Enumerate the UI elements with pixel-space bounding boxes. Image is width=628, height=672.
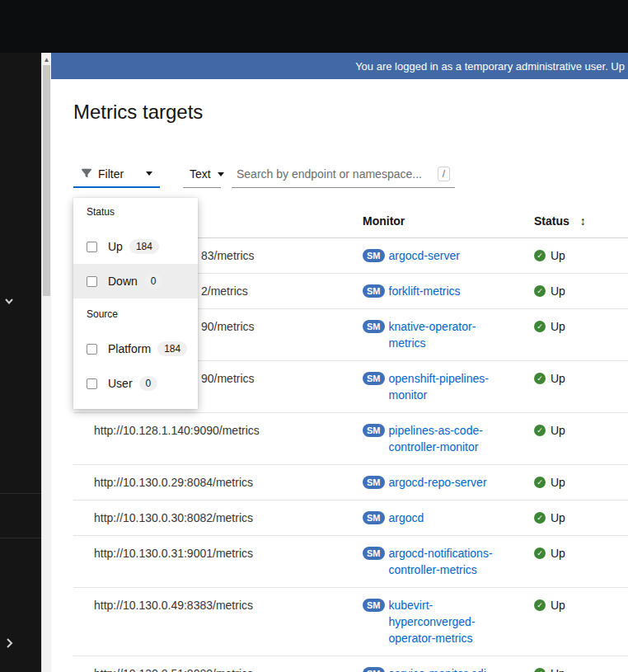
chevron-right-icon[interactable] <box>3 637 15 653</box>
table-row: http://10.130.0.51:8080/metrics SM servi… <box>73 656 628 672</box>
status-up-icon: ✓ <box>534 321 546 332</box>
monitor-link[interactable]: pipelines-as-code-controller-monitor <box>389 422 513 455</box>
monitor-link[interactable]: argocd <box>389 510 424 526</box>
sort-icon[interactable]: ↕ <box>580 214 586 228</box>
filter-option-platform[interactable]: Platform 184 <box>73 331 198 366</box>
table-row: http://10.130.0.29:8084/metrics SM argoc… <box>73 465 628 500</box>
filter-icon <box>82 167 91 181</box>
scrollbar-thumb[interactable] <box>43 65 50 296</box>
status-text: Up <box>551 597 565 613</box>
monitor-link[interactable]: forklift-metrics <box>389 283 461 299</box>
filter-dropdown-menu: Status Up 184 Down 0 Source <box>73 198 198 409</box>
service-monitor-badge: SM <box>363 424 385 437</box>
endpoint-link[interactable]: 90/metrics <box>201 372 255 385</box>
service-monitor-badge: SM <box>363 547 385 560</box>
status-up-icon: ✓ <box>534 599 546 611</box>
filter-option-count-badge: 184 <box>129 239 159 254</box>
monitor-link[interactable]: argocd-notifications-controller-metrics <box>389 545 513 578</box>
toolbar: Filter Text / <box>73 161 628 188</box>
sidebar-nav <box>0 53 41 672</box>
sidebar-scrollbar[interactable]: ▲ <box>41 53 51 672</box>
caret-down-icon <box>218 172 224 176</box>
filter-option-label: Down <box>108 275 138 288</box>
service-monitor-badge: SM <box>363 284 385 298</box>
status-text: Up <box>551 665 565 672</box>
filter-option-up[interactable]: Up 184 <box>73 229 198 264</box>
text-toggle-label: Text <box>190 167 211 181</box>
status-text: Up <box>551 247 565 264</box>
service-monitor-badge: SM <box>363 320 385 333</box>
checkbox[interactable] <box>87 242 97 252</box>
table-row: http://10.130.0.31:9001/metrics SM argoc… <box>73 536 628 588</box>
filter-option-down[interactable]: Down 0 <box>73 264 198 298</box>
endpoint-link[interactable]: http://10.130.0.51:8080/metrics <box>94 667 253 672</box>
filter-toggle-label: Filter <box>98 167 139 181</box>
column-header-monitor[interactable]: Monitor <box>363 214 534 228</box>
filter-dropdown-toggle[interactable]: Filter <box>73 161 160 188</box>
status-up-icon: ✓ <box>534 477 546 488</box>
page-title: Metrics targets <box>73 101 628 124</box>
table-row: http://10.130.0.30:8082/metrics SM argoc… <box>73 500 628 536</box>
monitor-link[interactable]: openshift-pipelines-monitor <box>389 370 513 403</box>
endpoint-link[interactable]: 90/metrics <box>201 320 255 333</box>
status-text: Up <box>551 510 565 526</box>
checkbox[interactable] <box>87 276 97 287</box>
endpoint-link[interactable]: http://10.130.0.31:9001/metrics <box>94 547 253 560</box>
search-input[interactable] <box>232 167 438 181</box>
masthead <box>0 0 628 53</box>
monitor-link[interactable]: argocd-server <box>389 247 460 264</box>
status-up-icon: ✓ <box>534 285 546 297</box>
filter-option-user[interactable]: User 0 <box>73 366 198 401</box>
endpoint-link[interactable]: http://10.130.0.49:8383/metrics <box>94 599 253 612</box>
endpoint-link[interactable]: 83/metrics <box>201 249 255 262</box>
status-up-icon: ✓ <box>534 250 546 261</box>
monitor-link[interactable]: kubevirt-hyperconverged-operator-metrics <box>389 597 513 646</box>
monitor-link[interactable]: argocd-repo-server <box>389 474 487 491</box>
service-monitor-badge: SM <box>363 599 385 612</box>
notice-banner-text: You are logged in as a temporary adminis… <box>355 60 625 73</box>
service-monitor-badge: SM <box>363 511 385 524</box>
monitor-link[interactable]: service-monitor-cdi <box>389 665 486 672</box>
status-text: Up <box>551 370 565 387</box>
endpoint-link[interactable]: http://10.130.0.29:8084/metrics <box>94 476 253 489</box>
service-monitor-badge: SM <box>363 667 385 672</box>
status-up-icon: ✓ <box>534 512 546 524</box>
column-header-status[interactable]: Status ↕ <box>534 214 628 228</box>
caret-down-icon <box>146 172 152 176</box>
service-monitor-badge: SM <box>363 372 385 385</box>
filter-group-source: Source Platform 184 User 0 <box>73 308 198 401</box>
checkbox[interactable] <box>87 378 97 389</box>
scrollbar-up-arrow-icon[interactable]: ▲ <box>42 54 51 65</box>
status-text: Up <box>551 283 565 299</box>
status-up-icon: ✓ <box>534 547 546 559</box>
status-text: Up <box>551 545 565 562</box>
chevron-down-icon[interactable] <box>3 295 15 310</box>
filter-option-count-badge: 0 <box>139 376 158 391</box>
search-box[interactable]: / <box>232 161 455 188</box>
endpoint-link[interactable]: http://10.130.0.30:8082/metrics <box>94 511 253 524</box>
filter-option-label: User <box>108 377 133 390</box>
monitor-link[interactable]: knative-operator-metrics <box>389 318 513 351</box>
search-shortcut-hint: / <box>438 167 450 181</box>
filter-option-count-badge: 184 <box>157 341 187 356</box>
screen: ▲ You are logged in as a temporary admin… <box>0 0 628 672</box>
status-text: Up <box>551 474 565 491</box>
notice-banner: You are logged in as a temporary adminis… <box>51 53 628 79</box>
sidebar-divider <box>0 538 41 538</box>
main-page: Metrics targets Filter Text <box>51 79 628 672</box>
table-row: http://10.128.1.140:9090/metrics SM pipe… <box>73 413 628 465</box>
checkbox[interactable] <box>87 344 97 355</box>
text-filter-type-toggle[interactable]: Text <box>183 161 221 188</box>
status-text: Up <box>551 422 565 439</box>
status-text: Up <box>551 318 565 335</box>
filter-group-title: Source <box>73 308 198 320</box>
endpoint-link[interactable]: http://10.128.1.140:9090/metrics <box>94 424 260 437</box>
table-row: http://10.130.0.49:8383/metrics SM kubev… <box>73 588 628 656</box>
filter-group-status: Status Up 184 Down 0 <box>73 206 198 298</box>
endpoint-link[interactable]: 2/metrics <box>201 284 248 298</box>
status-up-icon: ✓ <box>534 425 546 436</box>
filter-group-title: Status <box>73 206 198 218</box>
sidebar-divider <box>0 493 41 494</box>
service-monitor-badge: SM <box>363 476 385 489</box>
status-up-icon: ✓ <box>534 668 546 672</box>
